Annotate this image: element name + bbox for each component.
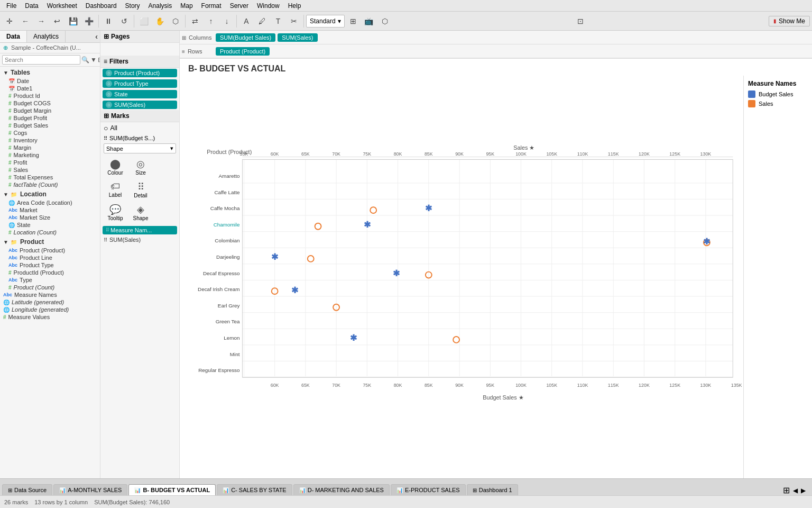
tab-monthly-sales[interactable]: 📊 A-MONTHLY SALES — [53, 484, 127, 495]
sort-asc-button[interactable]: ↑ — [204, 14, 218, 29]
field-product-count[interactable]: # Product (Count) — [0, 284, 100, 291]
filter-product-type[interactable]: ○ Product Type — [103, 79, 177, 88]
next-sheet-button[interactable]: ▶ — [801, 487, 806, 494]
tab-data[interactable]: Data — [0, 31, 27, 42]
menu-story[interactable]: Story — [121, 1, 144, 11]
field-marketing[interactable]: # Marketing — [0, 151, 100, 159]
marks-size-card[interactable]: ◎ Size — [129, 157, 152, 177]
save-as-button[interactable]: 💾 — [66, 14, 80, 29]
field-budget-profit[interactable]: # Budget Profit — [0, 114, 100, 122]
pause-button[interactable]: ⏸ — [101, 14, 116, 29]
save-button[interactable]: ↩ — [50, 14, 64, 29]
highlight-button[interactable]: 🖊 — [255, 14, 270, 29]
field-product-product[interactable]: Abc Product (Product) — [0, 247, 100, 254]
chart-svg-wrapper[interactable]: Product (Product) Sales ★ 55K 60K 65K 70… — [180, 76, 743, 478]
filter-sum-sales[interactable]: ○ SUM(Sales) — [103, 101, 177, 109]
collapse-panel-button[interactable]: ‹ — [95, 31, 100, 42]
field-measure-names[interactable]: Abc Measure Names — [0, 291, 100, 298]
field-longitude[interactable]: 🌐 Longitude (generated) — [0, 306, 100, 313]
field-facttable-count[interactable]: # factTable (Count) — [0, 181, 100, 188]
field-budget-margin[interactable]: # Budget Margin — [0, 107, 100, 114]
measure-names-pill[interactable]: ⠿ Measure Nam... — [103, 226, 177, 234]
format-button[interactable]: A — [239, 14, 254, 29]
field-latitude[interactable]: 🌐 Latitude (generated) — [0, 298, 100, 306]
tab-data-source[interactable]: ⊞ Data Source — [2, 484, 52, 495]
marks-all-radio[interactable]: ○ — [104, 124, 108, 132]
tab-analytics[interactable]: Analytics — [27, 31, 66, 42]
device-preview-button[interactable]: ⊡ — [573, 14, 588, 29]
marks-colour-card[interactable]: ⬤ Colour — [104, 157, 127, 177]
menu-file[interactable]: File — [2, 1, 21, 11]
new-sheet-button[interactable]: ⊞ — [783, 485, 790, 495]
field-market[interactable]: Abc Market — [0, 206, 100, 214]
filter-icon[interactable]: ▼ — [90, 56, 97, 64]
new-button[interactable]: ✛ — [2, 14, 17, 29]
legend-sales[interactable]: Sales — [748, 100, 808, 107]
menu-data[interactable]: Data — [21, 1, 42, 11]
field-total-expenses[interactable]: # Total Expenses — [0, 174, 100, 181]
field-product-line[interactable]: Abc Product Line — [0, 254, 100, 261]
tables-collapse-btn[interactable]: ▼ — [3, 70, 8, 76]
select-button[interactable]: ⬜ — [136, 14, 151, 29]
filter-product-product[interactable]: ○ Product (Product) — [103, 69, 177, 77]
tab-sales-by-state[interactable]: 📊 C- SALES BY STATE — [217, 484, 292, 495]
forward-button[interactable]: → — [34, 14, 49, 29]
field-profit[interactable]: # Profit — [0, 159, 100, 166]
marks-shape-dropdown[interactable]: Shape ▾ — [104, 143, 176, 153]
field-area-code[interactable]: 🌐 Area Code (Location) — [0, 199, 100, 206]
add-datasource-button[interactable]: ➕ — [81, 14, 96, 29]
menu-worksheet[interactable]: Worksheet — [43, 1, 81, 11]
field-productid-product[interactable]: # ProductId (Product) — [0, 269, 100, 276]
show-me-button[interactable]: ▮ Show Me — [769, 16, 810, 26]
marks-tooltip-card[interactable]: 💬 Tooltip — [104, 202, 127, 223]
marks-detail-card[interactable]: ⠿ Detail — [129, 179, 152, 200]
columns-pill-budget-sales[interactable]: SUM(Budget Sales) — [216, 33, 275, 42]
tab-budget-vs-actual[interactable]: 📊 B- BUDGET VS ACTUAL — [128, 484, 216, 495]
marks-shape-card[interactable]: ◈ Shape — [129, 202, 152, 223]
prev-sheet-button[interactable]: ◀ — [793, 487, 798, 494]
field-inventory[interactable]: # Inventory — [0, 137, 100, 144]
marks-label-card[interactable]: 🏷 Label — [104, 179, 127, 200]
field-market-size[interactable]: Abc Market Size — [0, 214, 100, 221]
field-measure-values[interactable]: # Measure Values — [0, 313, 100, 321]
swap-button[interactable]: ⇄ — [188, 14, 202, 29]
field-type[interactable]: Abc Type — [0, 276, 100, 284]
field-sales[interactable]: # Sales — [0, 166, 100, 174]
field-product-type[interactable]: Abc Product Type — [0, 261, 100, 269]
group-button[interactable]: ✂ — [287, 14, 301, 29]
menu-help[interactable]: Help — [284, 1, 306, 11]
menu-window[interactable]: Window — [253, 1, 284, 11]
field-date1[interactable]: 📅 Date1 — [0, 85, 100, 92]
lasso-button[interactable]: ⬡ — [168, 14, 183, 29]
field-cogs[interactable]: # Cogs — [0, 129, 100, 137]
menu-map[interactable]: Map — [176, 1, 197, 11]
menu-format[interactable]: Format — [197, 1, 226, 11]
columns-pill-sales[interactable]: SUM(Sales) — [278, 33, 317, 42]
field-location-count[interactable]: # Location (Count) — [0, 229, 100, 236]
menu-dashboard[interactable]: Dashboard — [81, 1, 121, 11]
data-source-label[interactable]: ⊕ Sample - CoffeeChain (U... — [0, 43, 100, 53]
field-date[interactable]: 📅 Date — [0, 77, 100, 85]
legend-budget-sales[interactable]: Budget Sales — [748, 90, 808, 98]
filter-state[interactable]: ○ State — [103, 90, 177, 98]
menu-analysis[interactable]: Analysis — [144, 1, 177, 11]
product-collapse-btn[interactable]: ▼ — [3, 239, 8, 245]
tab-marketing-and-sales[interactable]: 📊 D- MARKETING AND SALES — [293, 484, 390, 495]
field-budget-sales[interactable]: # Budget Sales — [0, 122, 100, 129]
field-budget-cogs[interactable]: # Budget COGS — [0, 99, 100, 107]
tab-dashboard-1[interactable]: ⊞ Dashboard 1 — [467, 484, 518, 495]
refresh-button[interactable]: ↺ — [117, 14, 132, 29]
field-state[interactable]: 🌐 State — [0, 221, 100, 229]
tooltip-button[interactable]: T — [271, 14, 285, 29]
location-collapse-btn[interactable]: ▼ — [3, 192, 8, 197]
field-margin[interactable]: # Margin — [0, 144, 100, 151]
pan-button[interactable]: ✋ — [152, 14, 167, 29]
tab-product-sales[interactable]: 📊 E-PRODUCT SALES — [391, 484, 466, 495]
share-button[interactable]: ⬡ — [377, 14, 392, 29]
view-button[interactable]: ⊞ — [346, 14, 361, 29]
standard-dropdown[interactable]: Standard ▾ — [306, 15, 345, 28]
sort-desc-button[interactable]: ↓ — [219, 14, 234, 29]
field-product-id[interactable]: # Product Id — [0, 92, 100, 99]
menu-server[interactable]: Server — [226, 1, 253, 11]
back-button[interactable]: ← — [18, 14, 33, 29]
